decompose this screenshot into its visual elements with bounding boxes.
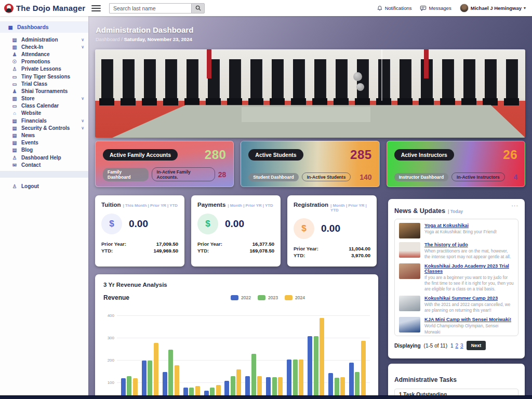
sidebar-item-financials[interactable]: ▤ Financials ∨ (0, 117, 88, 124)
sidebar-item-attendance[interactable]: ♟ Attendance (0, 50, 88, 58)
metric-card-registration: Registration | Month | Prior YR | YTD $ … (287, 195, 377, 267)
bar-group (349, 341, 366, 399)
inactive-instructors-link[interactable]: In-Active Instructors (451, 172, 505, 181)
dollar-icon: $ (294, 218, 314, 239)
sidebar-item-promotions[interactable]: ☉ Promotions (0, 58, 88, 65)
menu-toggle-icon[interactable] (91, 5, 101, 11)
breadcrumb-section[interactable]: Dashboard (96, 36, 119, 42)
active-family-accounts-value: 280 (205, 148, 227, 162)
legend-entry[interactable]: 2022 (231, 295, 251, 300)
news-link[interactable]: Kokushikai Summer Camp 2023 (424, 296, 514, 301)
news-pagination: Displaying (1-5 of 11) 1 2 3 Next (394, 341, 518, 350)
bell-icon (377, 5, 383, 11)
promotions-icon: ☉ (11, 59, 18, 64)
inactive-family-accounts-link[interactable]: In-Active Family Accounts. (152, 167, 215, 181)
chevron-down-icon: ∨ (81, 118, 84, 123)
y-tick-label: 200 (108, 358, 114, 363)
financials-icon: ▤ (11, 118, 18, 124)
news-updates-title: News & Updates (394, 207, 445, 215)
help-person-icon: ♙ (11, 155, 18, 161)
sidebar-item-store[interactable]: ▥ Store ∨ (0, 95, 88, 102)
sidebar-item-events[interactable]: ▤ Events (0, 139, 88, 147)
inactive-students-value: 140 (360, 173, 371, 181)
legend-entry[interactable]: 2024 (285, 295, 305, 300)
sidebar-item-contact[interactable]: ✉ Contact (0, 161, 88, 168)
sidebar-item-dashboards[interactable]: ▦ Dashboards (0, 21, 88, 33)
app-title: The Dojo Manager (16, 4, 85, 12)
next-page-button[interactable]: Next (467, 341, 486, 350)
exercise-ball (353, 72, 362, 81)
search-input[interactable] (109, 3, 191, 14)
active-students-button[interactable]: Active Students (248, 149, 303, 161)
active-instructors-value: 26 (503, 148, 517, 162)
sidebar-item-trial-class[interactable]: ▭ Trial Class (0, 80, 88, 87)
chat-icon (420, 5, 427, 11)
sidebar-item-news[interactable]: ▤ News (0, 131, 88, 139)
sidebar-item-check-in[interactable]: ▥ Check-In ∨ (0, 43, 88, 50)
sidebar-item-security-controls[interactable]: ▤ Security & Controls ∨ (0, 124, 88, 131)
bar-2022 (349, 363, 354, 399)
news-item: The history of judo When practitioners a… (399, 242, 514, 260)
news-thumbnail (399, 263, 420, 279)
bar-2024 (361, 341, 366, 399)
exercise-ball (356, 83, 364, 91)
search-button[interactable] (191, 3, 205, 14)
sidebar-item-website[interactable]: ⌂ Website (0, 110, 88, 117)
sidebar-item-dashboard-help[interactable]: ♙ Dashboard Help (0, 154, 88, 161)
calendar-icon: ▭ (11, 74, 18, 79)
dollar-icon: $ (101, 214, 122, 234)
chart-title: Revenue (103, 294, 166, 301)
chevron-down-icon: ▾ (524, 6, 526, 10)
tuition-prior-year: 17,009.50 (156, 241, 178, 247)
notifications-button[interactable]: Notifications (377, 5, 412, 11)
sidebar-item-administration[interactable]: ▤ Administration ∨ (0, 36, 88, 43)
sidebar-item-private-lessons[interactable]: ♙ Private Lessons (0, 65, 88, 73)
news-link[interactable]: Kokushikai Judo Academy 2023 Trial Class… (424, 263, 514, 274)
tuition-subtitle: | This Month | Prior YR | YTD (123, 203, 177, 208)
active-instructors-button[interactable]: Active Instructors (394, 149, 454, 161)
messages-button[interactable]: Messages (420, 5, 451, 11)
sidebar-item-blog[interactable]: ▤ Blog (0, 147, 88, 154)
search-icon (195, 5, 201, 11)
revenue-card-title: 3 Yr Revenue Analysis (103, 282, 370, 288)
top-header: The Dojo Manager Notifications Messages … (0, 0, 532, 16)
bar-2023 (148, 361, 152, 399)
inactive-students-link[interactable]: In-Active Students (302, 172, 351, 181)
news-link[interactable]: The history of judo (424, 242, 514, 247)
page-2[interactable]: 2 (456, 343, 459, 349)
family-dashboard-link[interactable]: Family Dashboard (103, 168, 149, 181)
bar-2022 (142, 361, 147, 399)
news-thumbnail (399, 317, 420, 332)
news-link[interactable]: Yoga at Kokushikai (424, 223, 514, 228)
app-logo[interactable]: The Dojo Manager (0, 4, 84, 13)
sidebar-item-tiny-tiger-sessions[interactable]: ▭ Tiny Tiger Sessions (0, 73, 88, 80)
bar-2023 (314, 336, 318, 399)
sidebar-item-class-calendar[interactable]: ▭ Class Calendar (0, 102, 88, 110)
instructor-dashboard-link[interactable]: Instructor Dashboard (394, 173, 448, 181)
sidebar-item-shiai-tournaments[interactable]: ♟ Shiai Tournaments (0, 87, 88, 95)
news-item: KJA Mini Camp with Sensei Moriwaki! Worl… (399, 317, 514, 335)
card-menu-ellipsis-icon[interactable]: ... (511, 200, 518, 208)
sidebar-item-logout[interactable]: ♙ Logout (0, 182, 88, 190)
registration-prior-year: 11,004.00 (349, 246, 370, 251)
news-link[interactable]: KJA Mini Camp with Sensei Moriwaki! (424, 317, 514, 322)
bar-2023 (251, 354, 256, 399)
student-dashboard-link[interactable]: Student Dashboard (248, 173, 298, 181)
active-family-accounts-button[interactable]: Active Family Accounts (103, 149, 178, 161)
tuition-title: Tuition (101, 202, 121, 208)
page-3[interactable]: 3 (460, 343, 463, 349)
news-updates-subtitle: | Today (448, 209, 463, 214)
chart-legend: 2022 2023 2024 (166, 295, 370, 300)
inactive-family-accounts-value: 28 (218, 170, 227, 179)
page-1[interactable]: 1 (450, 343, 454, 349)
chevron-down-icon: ∨ (81, 45, 84, 49)
user-menu[interactable]: Michael J Hemingway ▾ (460, 4, 526, 12)
bar-group (142, 343, 158, 399)
news-thumbnail (399, 242, 420, 258)
news-list: Yoga at Kokushikai Yoga at Kokushikai: B… (394, 219, 518, 336)
security-icon: ▤ (11, 125, 18, 131)
logout-icon: ♙ (11, 183, 18, 189)
legend-entry[interactable]: 2023 (258, 295, 278, 300)
bar-2022 (287, 360, 291, 399)
bar-group (287, 360, 303, 399)
